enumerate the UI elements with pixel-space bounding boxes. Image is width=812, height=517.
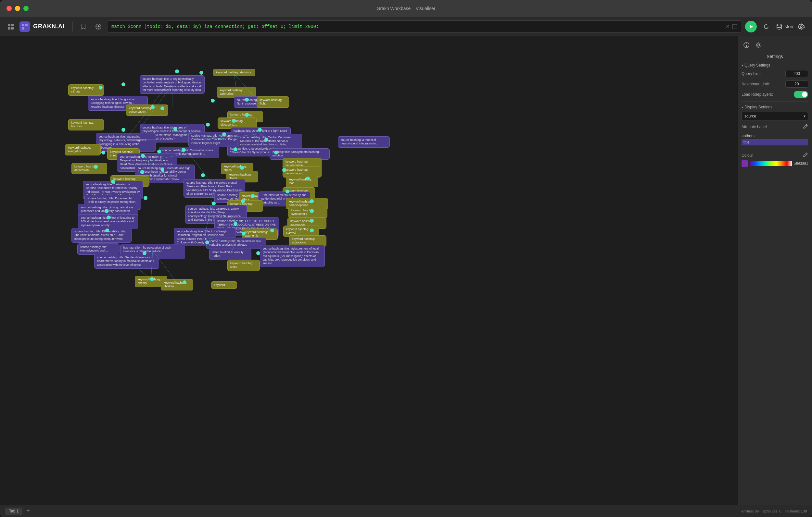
node-n55[interactable]: -lated to effort at work ty Today — [209, 249, 252, 260]
node-n58[interactable]: source hashtag: title: Gender difference… — [94, 254, 159, 269]
dot-20 — [274, 151, 278, 154]
node-n40[interactable]: keyword hashtag: sympathetic — [288, 207, 327, 218]
dot-27 — [201, 173, 205, 177]
attribute-edit-btn[interactable] — [803, 124, 808, 130]
source-dropdown[interactable]: source — [742, 112, 808, 120]
add-tab-btn[interactable]: + — [26, 508, 30, 514]
node-n13[interactable]: keyword hashtag: bisuizes — [68, 119, 104, 130]
svg-rect-2 — [8, 27, 10, 30]
dot-7 — [161, 107, 164, 110]
node-n53[interactable]: source hashtag: title: Hemodynamic and .… — [77, 243, 119, 255]
node-n3[interactable]: keyword hashtag: climate — [68, 84, 104, 96]
node-n2[interactable]: keyword hashtag: statistics — [213, 69, 255, 76]
node-n19[interactable]: keyword hashtag: energetics — [65, 144, 101, 155]
svg-line-51 — [806, 153, 807, 154]
bottom-bar: Tab 1 + entities: 96 attributes: 0 relat… — [0, 505, 812, 517]
dot-49 — [182, 280, 186, 284]
traffic-lights — [6, 6, 29, 11]
dot-36 — [310, 209, 314, 213]
panel-info-btn[interactable] — [742, 40, 751, 50]
right-panel: Settings Query Settings Query Limit: Nei… — [737, 36, 812, 505]
run-query-btn[interactable] — [745, 21, 757, 32]
attr-title-selected[interactable]: title — [742, 139, 808, 145]
query-input[interactable] — [111, 24, 726, 29]
dot-39 — [310, 219, 314, 223]
neighbour-limit-input[interactable] — [785, 81, 808, 88]
svg-rect-3 — [11, 27, 13, 30]
play-icon — [749, 24, 753, 29]
node-n52[interactable]: source hashtag: title: Detailed heart ra… — [206, 238, 266, 249]
colour-gradient[interactable] — [750, 161, 792, 166]
attribute-label-text: Attribute Label — [742, 125, 766, 129]
panel-divider-1 — [742, 101, 808, 101]
close-btn[interactable] — [6, 6, 12, 11]
dot-6 — [151, 105, 154, 109]
database-btn[interactable]: stori — [776, 23, 793, 30]
node-n60[interactable]: keyword hashtag: children — [161, 279, 193, 291]
colour-edit-btn[interactable] — [803, 152, 808, 158]
node-n30[interactable]: keyword hashtag: fear — [286, 176, 318, 187]
graph-canvas[interactable]: source hashtag: title: A phylogeneticall… — [0, 36, 737, 505]
dot-29 — [286, 189, 289, 193]
neighbour-limit-label: Neighbour Limit: — [742, 82, 770, 86]
node-n27[interactable]: keyword hashtag: depression — [71, 163, 107, 174]
node-n61[interactable]: keyword — [211, 281, 237, 289]
nav-icon-btn[interactable] — [5, 21, 16, 32]
load-roleplayers-toggle[interactable] — [794, 91, 808, 98]
dot-16 — [157, 150, 161, 153]
svg-point-19 — [800, 26, 802, 28]
neighbour-limit-row: Neighbour Limit: — [742, 81, 808, 88]
query-limit-input[interactable] — [785, 70, 808, 77]
svg-marker-16 — [750, 25, 753, 29]
query-limit-row: Query Limit: — [742, 70, 808, 77]
maximize-btn[interactable] — [23, 6, 29, 11]
compass-btn[interactable] — [93, 21, 104, 32]
panel-settings-btn[interactable] — [754, 40, 763, 50]
dot-9 — [232, 119, 236, 123]
query-bar: ✕ — [108, 21, 741, 33]
nodes-container: source hashtag: title: A phylogeneticall… — [0, 36, 737, 505]
database-icon — [776, 23, 783, 30]
node-n6[interactable]: keyword hashtag: flight — [257, 96, 289, 108]
dot-12 — [121, 128, 125, 132]
svg-rect-7 — [25, 27, 28, 30]
info-icon — [743, 42, 750, 48]
svg-rect-1 — [11, 24, 13, 26]
attr-list: authors title — [742, 133, 808, 145]
load-roleplayers-row: Load Roleplayers: — [742, 91, 808, 98]
colour-section: Colour #563891 — [742, 152, 808, 167]
node-n56[interactable]: source hashtag: title: Measurement of fe… — [260, 245, 325, 267]
window-title: Grakn Workbase – Visualiser — [377, 6, 436, 11]
logo-area: GRAKN.AI — [5, 21, 65, 32]
toolbar-right: stori — [776, 21, 807, 32]
dot-0 — [199, 71, 203, 74]
panel-gear-icon — [755, 42, 762, 48]
status-entities: entities: 96 — [742, 509, 759, 513]
dot-4 — [211, 99, 215, 102]
settings-btn[interactable] — [796, 21, 807, 32]
grid-icon — [7, 23, 14, 30]
dot-14 — [222, 132, 226, 136]
tab-1[interactable]: Tab 1 — [5, 508, 22, 515]
node-n57[interactable]: keyword hashtag: sleep — [227, 260, 260, 271]
attr-authors[interactable]: authors — [742, 133, 808, 139]
colour-bar-container: #563891 — [742, 160, 808, 167]
grakn-logo-icon — [21, 23, 28, 30]
dot-18 — [102, 151, 105, 154]
svg-rect-14 — [732, 24, 737, 29]
bookmark-icon — [80, 23, 87, 30]
dot-30 — [111, 180, 115, 184]
node-n1[interactable]: source hashtag: title: A phylogeneticall… — [140, 75, 205, 94]
colour-swatch[interactable] — [742, 160, 748, 167]
bookmark-btn[interactable] — [78, 21, 89, 32]
dot-24 — [240, 166, 244, 170]
node-n18[interactable]: source hashtag: a model of neurovisceral… — [338, 136, 390, 148]
query-close-btn[interactable]: ✕ — [726, 23, 730, 30]
node-n51[interactable]: source hashtag: title: Eff Variability: … — [71, 228, 132, 243]
refresh-btn[interactable] — [761, 21, 772, 32]
dot-45 — [205, 241, 209, 244]
dot-10 — [206, 123, 210, 127]
dot-43 — [310, 229, 314, 232]
minimize-btn[interactable] — [15, 6, 20, 11]
svg-rect-4 — [22, 24, 24, 26]
